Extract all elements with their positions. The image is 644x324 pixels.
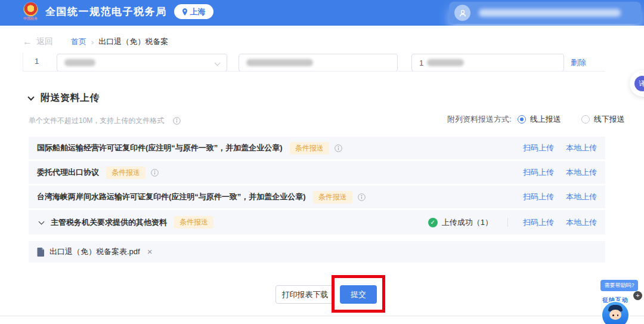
info-icon[interactable] [335, 144, 342, 152]
brand: 中国税务 全国统一规范电子税务局 上海 [21, 2, 213, 21]
translate-button[interactable]: 译 [634, 76, 644, 91]
table-row-divider [23, 71, 605, 72]
doc-name: 台湾海峡两岸间水路运输许可证复印件(应注明“与原件一致”，并加盖企业公章) [37, 192, 306, 202]
expand-chevron-icon[interactable] [39, 218, 45, 224]
avatar [454, 5, 470, 21]
back-arrow-icon[interactable]: ← [23, 37, 32, 47]
user-account-pill[interactable] [449, 2, 641, 24]
local-upload-link[interactable]: 本地上传 [566, 143, 597, 153]
redacted-number-value [427, 59, 464, 66]
local-upload-link[interactable]: 本地上传 [566, 192, 597, 202]
submission-mode-label: 附列资料报送方式: [447, 114, 512, 125]
local-upload-link[interactable]: 本地上传 [566, 217, 597, 228]
upload-row-taiwan-strait-license: 台湾海峡两岸间水路运输许可证复印件(应注明“与原件一致”，并加盖企业公章) 条件… [29, 186, 605, 208]
submission-mode-group: 附列资料报送方式: 线上报送 线下报送 [447, 114, 625, 125]
delete-row-link[interactable]: 删除 [571, 57, 586, 68]
chevron-down-icon [215, 60, 221, 66]
conditional-badge: 条件报送 [313, 191, 352, 203]
tax-emblem-logo: 中国税务 [21, 2, 39, 21]
submit-button[interactable]: 提交 [340, 285, 377, 304]
location-label: 上海 [190, 7, 206, 17]
upload-row-ship-license: 国际船舶运输经营许可证复印件(应注明“与原件一致”，并加盖企业公章) 条件报送 … [29, 137, 605, 159]
section-attachments-header[interactable]: 附送资料上传 [29, 92, 100, 104]
info-icon[interactable] [151, 169, 159, 177]
location-pill[interactable]: 上海 [174, 4, 213, 19]
upload-success-status: 上传成功（1） [442, 217, 493, 228]
upload-row-other-materials: 主管税务机关要求提供的其他资料 条件报送 ✓ 上传成功（1） 扫码上传 本地上传 [29, 210, 605, 234]
translate-widget: 译 [630, 70, 644, 97]
breadcrumb-current: 出口退（免）税备案 [98, 36, 168, 47]
number-input[interactable]: 1 [411, 54, 564, 72]
conditional-badge: 条件报送 [290, 142, 329, 155]
redacted-select-value [64, 59, 95, 66]
scan-upload-link[interactable]: 扫码上传 [523, 192, 554, 202]
conditional-badge: 条件报送 [174, 216, 213, 229]
emblem-caption: 中国税务 [23, 17, 38, 21]
radio-offline-label[interactable]: 线下报送 [594, 114, 625, 125]
upload-hint-text: 单个文件不超过10M，支持上传的文件格式 [29, 116, 164, 126]
redacted-input-value [246, 59, 313, 66]
uploaded-file-row: 出口退（免）税备案表.pdf × [29, 241, 605, 263]
table-left-border [23, 53, 23, 71]
breadcrumb: ← 返回 首页 › 出口退（免）税备案 [23, 36, 168, 47]
vertical-divider [507, 218, 508, 227]
uploaded-file-name[interactable]: 出口退（免）税备案表.pdf [49, 246, 140, 257]
conditional-badge: 条件报送 [106, 166, 145, 179]
radio-online-selected[interactable] [518, 115, 526, 124]
local-upload-link[interactable]: 本地上传 [566, 167, 597, 178]
scan-upload-link[interactable]: 扫码上传 [523, 143, 554, 153]
section-title: 附送资料上传 [41, 92, 100, 104]
remove-file-icon[interactable]: × [147, 248, 153, 256]
scan-upload-link[interactable]: 扫码上传 [523, 217, 554, 228]
info-icon[interactable] [173, 117, 181, 125]
app-title: 全国统一规范电子税务局 [45, 5, 167, 18]
mascot-face [609, 310, 621, 320]
upload-row-agency-agreement: 委托代理出口协议 条件报送 扫码上传 本地上传 [29, 161, 605, 184]
detail-input[interactable] [239, 54, 398, 72]
help-bubble[interactable]: 需要帮助吗? [600, 280, 638, 291]
success-check-icon: ✓ [428, 218, 438, 227]
info-icon[interactable] [358, 193, 366, 201]
doc-name: 国际船舶运输经营许可证复印件(应注明“与原件一致”，并加盖企业公章) [37, 143, 283, 153]
file-document-icon [37, 248, 45, 257]
doc-name: 主管税务机关要求提供的其他资料 [51, 217, 167, 228]
national-emblem-icon [24, 2, 38, 16]
top-bar: 中国税务 全国统一规范电子税务局 上海 [0, 0, 644, 26]
doc-name: 委托代理出口协议 [37, 167, 99, 178]
collapse-chevron-icon [27, 94, 34, 100]
user-icon [459, 9, 467, 17]
type-select[interactable] [57, 54, 227, 72]
radio-online-label[interactable]: 线上报送 [530, 114, 561, 125]
upload-hint: 单个文件不超过10M，支持上传的文件格式 [29, 116, 181, 126]
radio-offline[interactable] [581, 115, 590, 124]
user-name-redacted [479, 9, 621, 17]
expand-plus-button[interactable]: + [633, 291, 642, 300]
back-button[interactable]: 返回 [36, 36, 53, 47]
etax-page: 中国税务 全国统一规范电子税务局 上海 ← 返回 首页 › 出口退（免）税备案 … [0, 0, 644, 324]
location-pin-icon [182, 8, 188, 16]
print-report-download-button[interactable]: 打印报表下载 [275, 285, 335, 304]
number-input-value-prefix: 1 [419, 58, 423, 67]
row-index: 1 [35, 57, 39, 66]
breadcrumb-home[interactable]: 首页 [71, 36, 86, 47]
breadcrumb-separator-icon: › [91, 38, 94, 47]
page-bottom-border [0, 316, 644, 316]
scan-upload-link[interactable]: 扫码上传 [523, 167, 554, 178]
